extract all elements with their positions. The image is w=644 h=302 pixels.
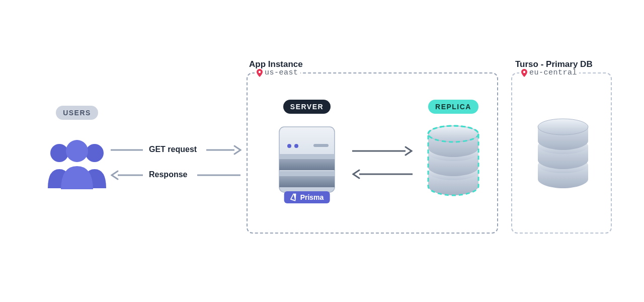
pin-icon <box>521 69 527 77</box>
server-icon <box>274 124 340 199</box>
response-label: Response <box>149 170 187 179</box>
svg-point-14 <box>294 144 298 148</box>
response-arrow: Response <box>111 169 242 183</box>
svg-rect-10 <box>279 154 335 159</box>
svg-point-13 <box>287 144 291 148</box>
app-instance-title: App Instance <box>249 59 303 69</box>
svg-point-25 <box>538 119 588 135</box>
server-node: SERVER <box>267 100 347 199</box>
replica-to-server-arrow <box>352 169 413 181</box>
request-label: GET request <box>149 145 197 154</box>
svg-point-22 <box>523 70 525 72</box>
primary-db-title: Turso - Primary DB <box>515 59 593 69</box>
app-instance-region: us-east <box>255 68 300 77</box>
users-badge: USERS <box>56 106 98 120</box>
users-node: USERS <box>39 106 115 189</box>
svg-rect-12 <box>279 171 335 176</box>
prisma-tag: Prisma <box>284 191 330 203</box>
users-icon <box>42 134 112 189</box>
server-to-replica-arrow <box>352 146 413 158</box>
replica-node: REPLICA <box>416 100 491 199</box>
svg-rect-9 <box>279 159 335 170</box>
replica-badge: REPLICA <box>428 100 478 114</box>
architecture-diagram: USERS GET request <box>0 0 644 302</box>
request-arrow: GET request <box>111 144 242 158</box>
svg-point-0 <box>50 144 68 162</box>
primary-db-region: eu-central <box>519 68 579 77</box>
primary-db-node <box>525 117 601 192</box>
primary-db-header: Turso - Primary DB <box>515 59 593 69</box>
svg-rect-11 <box>279 176 335 187</box>
pin-icon <box>257 69 263 77</box>
server-badge: SERVER <box>283 100 331 114</box>
svg-point-1 <box>86 144 104 162</box>
prisma-label: Prisma <box>300 193 324 201</box>
prisma-icon <box>290 193 297 201</box>
app-instance-region-text: us-east <box>265 68 298 77</box>
primary-db-icon <box>530 117 596 192</box>
replica-db-icon <box>421 124 486 199</box>
svg-rect-15 <box>313 144 329 147</box>
svg-point-2 <box>66 140 88 162</box>
app-instance-header: App Instance <box>249 59 303 69</box>
primary-db-region-text: eu-central <box>529 68 577 77</box>
svg-point-7 <box>259 70 261 72</box>
